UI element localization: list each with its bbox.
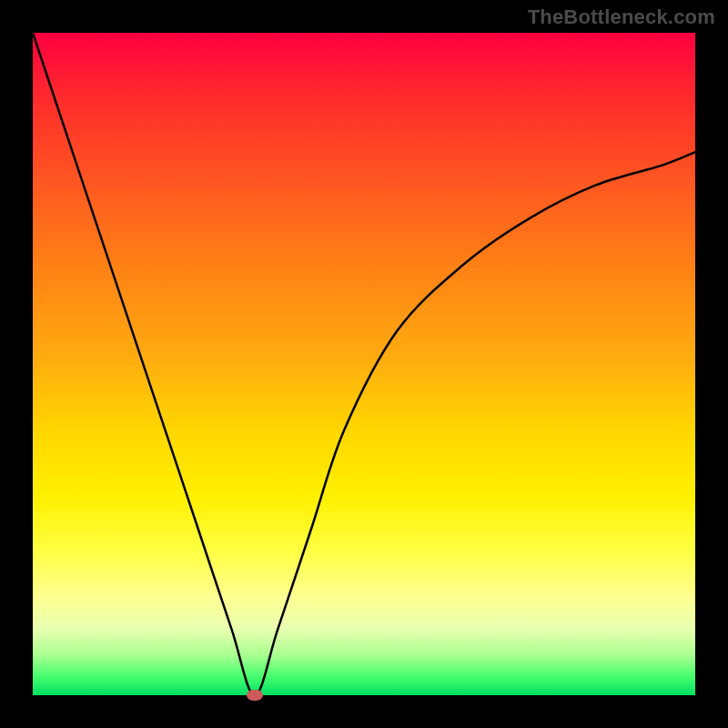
attribution-text: TheBottleneck.com: [528, 5, 715, 29]
chart-frame: TheBottleneck.com: [0, 0, 728, 728]
bottleneck-curve: [33, 33, 695, 695]
minimum-marker: [247, 690, 263, 701]
plot-area: [33, 33, 695, 695]
